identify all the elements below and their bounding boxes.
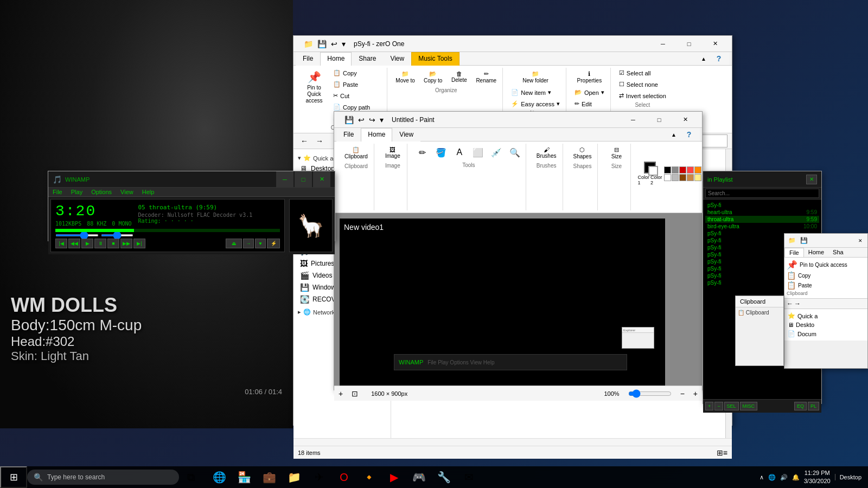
open-file-button[interactable]: ⏏ [226, 239, 242, 248]
taskbar-file-explorer[interactable]: 📁 [282, 466, 306, 488]
back-button[interactable]: ← [298, 134, 311, 147]
move-to-button[interactable]: 📁 Move to [392, 68, 419, 86]
taskbar-mail[interactable]: ✉ [457, 466, 481, 488]
clock[interactable]: 11:29 PM 3/30/2020 [804, 469, 831, 486]
winamp-maximize[interactable]: □ [295, 171, 312, 188]
paint-qat-save[interactable]: 💾 [343, 114, 355, 126]
playlist-add[interactable]: + [705, 402, 713, 410]
qat-undo[interactable]: ↩ [329, 38, 339, 50]
paste-button[interactable]: 📋 Paste [329, 79, 385, 89]
crop-tool-statusbar[interactable]: ⊡ [352, 389, 358, 398]
brushes-button[interactable]: 🖌 Brushes [533, 144, 560, 162]
swatch-orange[interactable] [694, 166, 701, 174]
paint-ribbon-collapse[interactable]: ▲ [667, 128, 680, 141]
ribbon-help[interactable]: ? [712, 52, 725, 65]
swatch-white[interactable] [664, 174, 671, 181]
pin-to-quick-access-button[interactable]: 📌 Pin to Quick access [300, 68, 328, 107]
taskbar-opera[interactable]: O [332, 466, 356, 488]
start-button[interactable]: ⊞ [0, 466, 27, 488]
view-list-button[interactable]: ≡ [723, 448, 727, 457]
winamp-close[interactable]: ✕ [313, 171, 330, 188]
winamp-options-menu[interactable]: Options [87, 188, 116, 196]
paint-canvas[interactable]: New video1 WINAMP File Play Options View… [340, 219, 665, 386]
taskbar-tools[interactable]: 🔧 [432, 466, 456, 488]
swatch-lightgray[interactable] [672, 174, 679, 181]
e2-close[interactable]: ✕ [856, 236, 865, 246]
view-grid-button[interactable]: ⊞ [717, 448, 723, 457]
playlist-item-0[interactable]: pSy-fi [705, 202, 819, 209]
winamp-help-menu[interactable]: Help [138, 188, 159, 196]
play-button[interactable]: ▶ [81, 239, 93, 248]
winamp-file-menu[interactable]: File [48, 188, 67, 196]
paint-maximize[interactable]: □ [647, 112, 672, 128]
paint-tab-view[interactable]: View [392, 128, 420, 142]
invert-selection-button[interactable]: ⇄ Invert selection [615, 91, 670, 101]
swatch-brown[interactable] [679, 174, 686, 181]
e2-desktop[interactable]: 🖥 Deskto [787, 320, 865, 329]
swatch-darkred[interactable] [679, 166, 686, 174]
forward-button[interactable]: → [313, 134, 326, 147]
e2-qat-btn[interactable]: 📁 [787, 235, 797, 246]
zoom-add-button[interactable]: + [339, 389, 343, 398]
winamp-minimize[interactable]: ─ [276, 171, 293, 188]
rename-button[interactable]: ✏ Rename [472, 68, 500, 86]
playlist-eq[interactable]: EQ [794, 402, 807, 410]
notifications-icon[interactable]: 🔔 [792, 474, 800, 481]
winamp-progress-bar[interactable] [55, 229, 280, 232]
e2-back[interactable]: ← [787, 300, 793, 307]
e2-qat-btn2[interactable]: 💾 [799, 235, 809, 246]
new-item-button[interactable]: 📄 New item ▾ [507, 87, 564, 98]
copy-to-button[interactable]: 📂 Copy to [420, 68, 446, 86]
zoom-slider[interactable] [628, 389, 672, 398]
paint-tab-home[interactable]: Home [361, 128, 392, 142]
text-tool[interactable]: A [451, 144, 468, 161]
paint-close[interactable]: ✕ [673, 112, 698, 128]
fill-tool[interactable]: 🪣 [432, 144, 450, 161]
paint-canvas-area[interactable]: New video1 WINAMP File Play Options View… [334, 213, 702, 386]
shapes-button[interactable]: ⬡ Shapes [570, 144, 596, 162]
tab-music-tools[interactable]: Music Tools [411, 52, 459, 66]
playlist-remove[interactable]: − [714, 402, 723, 410]
e2-tab-file[interactable]: File [784, 248, 804, 257]
fast-forward-button[interactable]: ▶▶ [120, 239, 132, 248]
close-button[interactable]: ✕ [703, 36, 727, 52]
pause-button[interactable]: ⏸ [94, 239, 106, 248]
playlist-misc[interactable]: MISC [740, 402, 758, 410]
paint-qat-more[interactable]: ▾ [378, 114, 385, 126]
winamp-play-menu[interactable]: Play [67, 188, 87, 196]
qat-more[interactable]: ▾ [340, 38, 347, 50]
e2-tab-share[interactable]: Sha [828, 248, 848, 257]
rewind-button[interactable]: ◀◀ [68, 239, 80, 248]
eraser-tool[interactable]: ⬜ [469, 144, 487, 161]
e2-forward[interactable]: → [794, 300, 801, 307]
swatch-red[interactable] [687, 166, 694, 174]
copy-button[interactable]: 📋 Copy [329, 68, 385, 78]
winamp-extra-btn3[interactable]: ⚡ [267, 239, 280, 248]
paint-help[interactable]: ? [682, 128, 695, 141]
tab-home[interactable]: Home [320, 52, 352, 66]
network-tray-icon[interactable]: 🌐 [768, 474, 776, 481]
e2-tab-home[interactable]: Home [804, 248, 828, 257]
paint-qat-redo[interactable]: ↪ [367, 114, 377, 126]
tab-view[interactable]: View [383, 52, 411, 66]
swatch-lightyellow[interactable] [694, 174, 701, 181]
playlist-item-2[interactable]: throat-ultra 9:59 [705, 216, 819, 223]
eyedropper-tool[interactable]: 💉 [488, 144, 505, 161]
pencil-tool[interactable]: ✏ [414, 144, 431, 161]
properties-button[interactable]: ℹ Properties [571, 68, 608, 86]
next-track-button[interactable]: ▶| [133, 239, 145, 248]
select-all-button[interactable]: ☑ Select all [615, 68, 670, 78]
taskbar-tripadvisor[interactable]: ✈ [307, 466, 331, 488]
balance-slider[interactable] [101, 234, 133, 236]
taskbar-edge-browser[interactable]: 🌐 [207, 466, 231, 488]
winamp-view-menu[interactable]: View [116, 188, 138, 196]
easy-access-button[interactable]: ⚡ Easy access ▾ [507, 99, 564, 109]
maximize-button[interactable]: □ [676, 36, 701, 52]
show-desktop-button[interactable]: Desktop [835, 474, 861, 480]
tab-file[interactable]: File [296, 52, 320, 66]
playlist-item-3[interactable]: bird-eye-ultra 10:00 [705, 223, 819, 230]
e2-documents[interactable]: 📄 Docum [787, 329, 865, 338]
winamp-extra-btn2[interactable]: ♥ [255, 239, 266, 248]
magnifier-tool[interactable]: 🔍 [506, 144, 524, 161]
playlist-sel[interactable]: SEL [724, 402, 739, 410]
